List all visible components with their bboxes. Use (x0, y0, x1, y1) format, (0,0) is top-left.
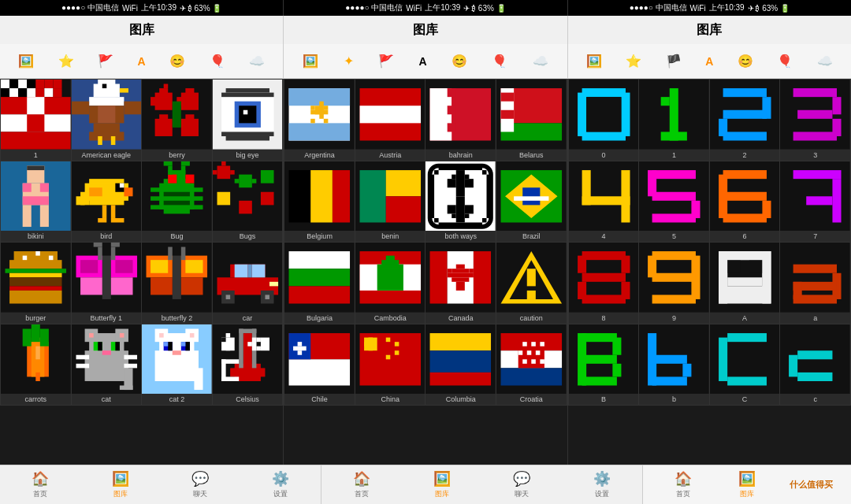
cloud-icon-3[interactable]: ☁️ (814, 50, 836, 72)
list-item[interactable]: China (355, 324, 426, 406)
list-item[interactable]: Argentina (284, 80, 355, 161)
cloud-icon-1[interactable]: ☁️ (246, 50, 268, 72)
panel-3: 0 1 (568, 79, 851, 465)
list-item[interactable]: Belarus (496, 80, 567, 161)
nav-chat-1[interactable]: 💬 聊天 (160, 470, 240, 499)
nav-gallery-2[interactable]: 🖼️ 图库 (402, 470, 482, 499)
list-item[interactable]: burger (1, 243, 71, 324)
list-item[interactable]: b (639, 324, 709, 406)
nav-gallery-3[interactable]: 🖼️ 图库 (715, 470, 779, 499)
list-item[interactable]: carrots (1, 324, 71, 406)
list-item[interactable]: 4 (569, 161, 639, 243)
svg-rect-88 (181, 165, 186, 174)
list-item[interactable]: A (710, 243, 780, 324)
list-item[interactable]: cat (72, 324, 142, 406)
nav-settings-2[interactable]: ⚙️ 设置 (562, 470, 642, 499)
list-item[interactable]: Chile (284, 324, 355, 406)
cloud-icon-2[interactable]: ☁️ (530, 50, 552, 72)
list-item[interactable]: 0 (569, 80, 639, 161)
star-icon-1[interactable]: ⭐ (55, 50, 77, 72)
balloon-icon-2[interactable]: 🎈 (489, 50, 511, 72)
list-item[interactable]: big eye (213, 80, 283, 161)
nav-home-1[interactable]: 🏠 首页 (0, 470, 80, 499)
flag-icon-1[interactable]: 🚩 (95, 50, 117, 72)
flag-icon-3[interactable]: 🏴 (663, 50, 685, 72)
balloon-icon-1[interactable]: 🎈 (206, 50, 229, 72)
list-item[interactable]: 5 (639, 161, 709, 243)
text-icon-2[interactable]: A (415, 52, 429, 71)
list-item[interactable]: 8 (569, 243, 639, 324)
nav-chat-2[interactable]: 💬 聊天 (481, 470, 562, 499)
nav-home-2[interactable]: 🏠 首页 (321, 470, 402, 499)
svg-rect-259 (465, 174, 470, 179)
list-item[interactable]: 1 (639, 80, 709, 161)
svg-rect-120 (9, 287, 61, 291)
svg-rect-91 (151, 187, 164, 192)
icon-section-2: 🖼️ ✦ 🚩 A 😊 🎈 ☁️ (284, 44, 567, 78)
list-item[interactable]: Belgium (284, 161, 355, 243)
list-item[interactable]: benin (355, 161, 426, 243)
list-item[interactable]: 9 (639, 243, 709, 324)
list-item[interactable]: Austria (355, 80, 426, 161)
list-item[interactable]: 3 (780, 80, 850, 161)
balloon-icon-3[interactable]: 🎈 (774, 50, 796, 72)
list-item[interactable]: car (213, 243, 283, 324)
text-icon-3[interactable]: A (702, 52, 716, 71)
emoji-icon-2[interactable]: 😊 (448, 50, 470, 72)
star-icon-3[interactable]: ⭐ (622, 50, 645, 72)
list-item[interactable]: Canada (426, 243, 496, 324)
list-item[interactable]: Columbia (426, 324, 496, 406)
list-item[interactable]: 2 (710, 80, 780, 161)
list-item[interactable]: Bug (142, 161, 212, 243)
list-item[interactable]: 7 (780, 161, 850, 243)
svg-rect-212 (261, 337, 269, 350)
image-icon-2[interactable]: 🖼️ (299, 50, 321, 72)
image-icon-3[interactable]: 🖼️ (583, 50, 605, 72)
list-item[interactable]: berry (142, 80, 212, 161)
list-item[interactable]: bikini (1, 161, 71, 243)
svg-rect-5 (35, 80, 44, 88)
flag-icon-2[interactable]: 🚩 (375, 50, 397, 72)
list-item[interactable]: American eagle (72, 80, 142, 161)
list-item[interactable]: Bugs (213, 161, 283, 243)
emoji-icon-3[interactable]: 😊 (734, 50, 756, 72)
emoji-icon-1[interactable]: 😊 (166, 50, 188, 72)
svg-rect-343 (621, 93, 630, 136)
text-icon-1[interactable]: A (135, 52, 149, 71)
svg-rect-107 (213, 170, 217, 175)
svg-rect-335 (536, 350, 541, 355)
list-item[interactable]: Cambodia (355, 243, 426, 324)
list-item[interactable]: bird (72, 161, 142, 243)
svg-rect-224 (311, 119, 316, 124)
item-label: China (355, 394, 426, 405)
list-item[interactable]: a (780, 243, 850, 324)
image-icon-1[interactable]: 🖼️ (15, 50, 37, 72)
list-item[interactable]: caution (496, 243, 567, 324)
list-item[interactable]: 6 (710, 161, 780, 243)
star-icon-2[interactable]: ✦ (340, 50, 357, 72)
list-item[interactable]: c (780, 324, 850, 406)
carrier-3: ●●●●○ 中国电信 (630, 2, 687, 13)
list-item[interactable]: Croatia (496, 324, 567, 406)
list-item[interactable]: Celsius (213, 324, 283, 406)
list-item[interactable]: butterfly 2 (142, 243, 212, 324)
list-item[interactable]: Bulgaria (284, 243, 355, 324)
list-item[interactable]: C (710, 324, 780, 406)
list-item[interactable]: Butterfly 1 (72, 243, 142, 324)
list-item[interactable]: bahrain (426, 80, 496, 161)
svg-rect-376 (723, 213, 766, 222)
svg-rect-342 (578, 93, 586, 136)
list-item[interactable]: both ways (426, 161, 496, 243)
nav-settings-1[interactable]: ⚙️ 设置 (240, 470, 321, 499)
svg-rect-106 (261, 191, 274, 205)
list-item[interactable]: cat 2 (142, 324, 212, 406)
item-label: bird (72, 231, 142, 242)
nav-gallery-1[interactable]: 🖼️ 图库 (80, 470, 161, 499)
nav-home-3[interactable]: 🏠 首页 (651, 470, 715, 499)
icon-section-1: 🖼️ ⭐ 🚩 A 😊 🎈 ☁️ (0, 44, 284, 78)
svg-rect-413 (582, 355, 616, 364)
list-item[interactable]: Brazil (496, 161, 567, 243)
svg-rect-241 (501, 93, 515, 102)
list-item[interactable]: B (569, 324, 639, 406)
list-item[interactable]: 1 (1, 80, 71, 161)
